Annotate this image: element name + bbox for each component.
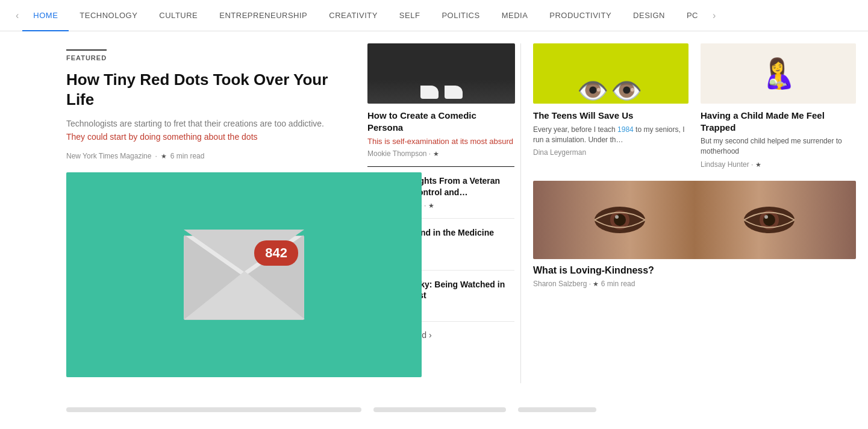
child-meta: Lindsay Hunter · ★ bbox=[701, 160, 856, 169]
star-icon: ★ bbox=[428, 202, 434, 209]
svg-point-3 bbox=[615, 215, 619, 219]
nav-item-media[interactable]: MEDIA bbox=[491, 0, 539, 31]
nav-item-technology[interactable]: TECHNOLOGY bbox=[69, 0, 148, 31]
envelope-illustration: 842 bbox=[184, 230, 304, 320]
featured-title: How Tiny Red Dots Took Over Your Life bbox=[66, 70, 343, 109]
loving-kindness-meta: Sharon Salzberg · ★ 6 min read bbox=[533, 280, 856, 288]
child-illustration: 🤱 bbox=[760, 57, 796, 90]
featured-desc-part1: Technologists are starting to fret that … bbox=[66, 119, 324, 128]
featured-description: Technologists are starting to fret that … bbox=[66, 117, 343, 143]
left-panel: FEATURED How Tiny Red Dots Took Over You… bbox=[0, 43, 361, 383]
shoes-illustration bbox=[420, 86, 463, 99]
shoe-right bbox=[445, 86, 463, 99]
envelope-fold-bottom bbox=[184, 271, 305, 319]
featured-label: FEATURED bbox=[66, 49, 107, 61]
nav-item-productivity[interactable]: PRODUCTIVITY bbox=[539, 0, 622, 31]
star-icon: ★ bbox=[161, 152, 167, 160]
top-articles-row: 👁️👁️ The Teens Will Save Us Every year, … bbox=[533, 43, 856, 169]
featured-source: New York Times Magazine bbox=[66, 152, 151, 160]
nav-item-politics[interactable]: POLITICS bbox=[431, 0, 490, 31]
meta-dot: · bbox=[429, 149, 433, 158]
svg-point-7 bbox=[764, 215, 768, 219]
featured-read-time: 6 min read bbox=[170, 152, 205, 160]
comedic-persona-author: Mookie Thompson bbox=[367, 149, 427, 158]
teens-title: The Teens Will Save Us bbox=[533, 110, 688, 122]
teens-thumbnail: 👁️👁️ bbox=[533, 43, 688, 104]
teens-link[interactable]: 1984 bbox=[617, 125, 634, 134]
comedic-persona-title: How to Create a Comedic Persona bbox=[367, 110, 514, 133]
nav-next-arrow[interactable]: › bbox=[709, 10, 719, 21]
nav-items: HOME TECHNOLOGY CULTURE ENTREPRENEURSHIP… bbox=[22, 0, 709, 31]
article-loving-kindness[interactable]: What is Loving-Kindness? Sharon Salzberg… bbox=[533, 181, 856, 288]
meta-dot: · bbox=[155, 152, 157, 160]
right-panel: 👁️👁️ The Teens Will Save Us Every year, … bbox=[521, 43, 868, 383]
nav-item-self[interactable]: SELF bbox=[389, 0, 431, 31]
nav-item-home[interactable]: HOME bbox=[22, 0, 69, 31]
child-thumbnail: 🤱 bbox=[701, 43, 856, 104]
eyes-illustration: 👁️👁️ bbox=[577, 78, 645, 104]
child-desc: But my second child helped me surrender … bbox=[701, 136, 856, 157]
article-teens[interactable]: 👁️👁️ The Teens Will Save Us Every year, … bbox=[533, 43, 688, 169]
skeleton-3 bbox=[518, 407, 596, 412]
article-child-trapped[interactable]: 🤱 Having a Child Made Me Feel Trapped Bu… bbox=[701, 43, 856, 169]
teens-meta: Dina Leygerman bbox=[533, 148, 688, 157]
loving-kindness-title: What is Loving-Kindness? bbox=[533, 265, 856, 276]
loving-kindness-photo bbox=[533, 181, 856, 259]
nav-item-entrepreneurship[interactable]: ENTREPRENEURSHIP bbox=[208, 0, 318, 31]
star-icon: ★ bbox=[433, 150, 439, 157]
see-featured-arrow: › bbox=[429, 330, 432, 340]
meta-dot: · bbox=[751, 160, 755, 169]
main-nav: ‹ HOME TECHNOLOGY CULTURE ENTREPRENEURSH… bbox=[0, 0, 868, 31]
skeleton-1 bbox=[66, 407, 361, 412]
bottom-skeletons bbox=[0, 395, 868, 424]
right-bottom-row: What is Loving-Kindness? Sharon Salzberg… bbox=[533, 181, 856, 288]
child-title: Having a Child Made Me Feel Trapped bbox=[701, 110, 856, 133]
shoe-left bbox=[420, 86, 439, 99]
nav-item-culture[interactable]: CULTURE bbox=[148, 0, 208, 31]
divider bbox=[367, 166, 514, 167]
star-icon: ★ bbox=[593, 280, 599, 287]
featured-image[interactable]: 842 bbox=[66, 172, 422, 377]
star-icon: ★ bbox=[755, 161, 761, 168]
skeleton-2 bbox=[373, 407, 506, 412]
comedic-persona-thumbnail bbox=[367, 43, 515, 104]
child-author: Lindsay Hunter bbox=[701, 160, 749, 169]
featured-meta: New York Times Magazine · ★ 6 min read bbox=[66, 152, 343, 160]
main-container: FEATURED How Tiny Red Dots Took Over You… bbox=[0, 31, 868, 395]
nav-item-pc[interactable]: PC bbox=[676, 0, 709, 31]
nav-prev-arrow[interactable]: ‹ bbox=[12, 10, 22, 21]
featured-desc-highlight: They could start by doing something abou… bbox=[66, 132, 258, 142]
loving-kindness-author: Sharon Salzberg bbox=[533, 280, 587, 288]
teens-desc: Every year, before I teach 1984 to my se… bbox=[533, 125, 688, 146]
article-comedic-persona[interactable]: How to Create a Comedic Persona This is … bbox=[367, 43, 514, 158]
teens-author: Dina Leygerman bbox=[533, 148, 586, 157]
notification-badge: 842 bbox=[254, 240, 298, 266]
comedic-persona-desc: This is self-examination at its most abs… bbox=[367, 137, 514, 146]
comedic-persona-meta: Mookie Thompson · ★ bbox=[367, 149, 514, 158]
meta-dot: · bbox=[424, 201, 428, 210]
eye-right-svg bbox=[742, 202, 796, 238]
eye-left-svg bbox=[593, 202, 647, 238]
nav-item-creativity[interactable]: CREATIVITY bbox=[318, 0, 389, 31]
loving-kindness-read-time: 6 min read bbox=[601, 280, 635, 288]
nav-item-design[interactable]: DESIGN bbox=[622, 0, 676, 31]
